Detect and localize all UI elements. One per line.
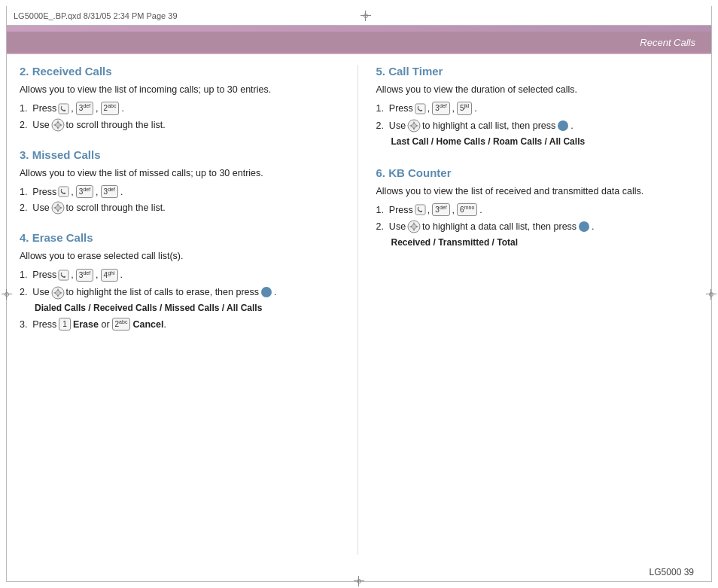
key-3def-d: 3def (76, 269, 93, 282)
title-bar-text: Recent Calls (640, 37, 695, 48)
key-2abc-b: 2abc (112, 318, 131, 331)
section-missed-calls-desc: Allows you to view the list of missed ca… (20, 166, 342, 181)
right-crosshair (706, 289, 716, 300)
section-kb-counter: 6. KB Counter Allows you to view the lis… (376, 166, 699, 248)
right-column: 5. Call Timer Allows you to view the dur… (358, 57, 707, 562)
svg-point-13 (56, 206, 60, 210)
phone-icon-4 (58, 270, 69, 281)
title-underline (6, 53, 712, 54)
svg-point-29 (558, 120, 568, 131)
footer-page: LG5000 39 (650, 567, 694, 577)
section-missed-calls: 3. Missed Calls Allows you to view the l… (20, 148, 342, 215)
svg-point-36 (412, 224, 416, 229)
svg-rect-7 (59, 187, 68, 197)
section-call-timer-desc: Allows you to view the duration of selec… (376, 83, 699, 97)
key-3def: 3def (76, 102, 93, 114)
svg-rect-30 (415, 205, 425, 215)
key-1: 1 (59, 318, 71, 331)
svg-point-21 (261, 287, 272, 297)
section-call-timer: 5. Call Timer Allows you to view the dur… (376, 65, 699, 147)
key-3def-5: 3def (432, 102, 449, 114)
step-4-1: 1. Press , 3def , 4ghi . (20, 269, 342, 282)
phone-icon (58, 103, 69, 114)
nav-icon-6 (407, 220, 421, 233)
ok-icon-5 (557, 120, 569, 132)
nav-icon-2 (51, 118, 65, 132)
step-5-2: 2. Use to highlight a call list, then pr… (376, 118, 699, 133)
section-erase-calls-desc: Allows you to erase selected call list(s… (20, 249, 342, 264)
kb-options: Received / Transmitted / Total (391, 237, 699, 248)
step-3-2: 2. Use to scroll through the list. (20, 201, 342, 215)
section-erase-calls: 4. Erase Calls Allows you to erase selec… (20, 231, 342, 331)
phone-icon-3 (58, 186, 69, 197)
timer-options: Last Call / Home Calls / Roam Calls / Al… (391, 136, 699, 147)
svg-rect-0 (59, 103, 68, 113)
section-received-calls: 2. Received Calls Allows you to view the… (20, 65, 342, 132)
step-4-2: 2. Use to highlight the list of calls to… (20, 285, 342, 300)
section-kb-counter-title: 6. KB Counter (376, 166, 699, 179)
step-6-2: 2. Use to highlight a data call list, th… (376, 219, 699, 234)
section-kb-counter-desc: Allows you to view the list of received … (376, 184, 699, 199)
svg-point-28 (412, 123, 416, 128)
key-4ghi: 4ghi (101, 269, 118, 282)
nav-icon-5 (407, 119, 421, 133)
phone-icon-5 (415, 103, 426, 114)
svg-point-6 (56, 123, 60, 127)
svg-point-37 (579, 221, 589, 232)
section-erase-calls-title: 4. Erase Calls (20, 231, 342, 244)
section-call-timer-title: 5. Call Timer (376, 65, 699, 78)
section-received-calls-desc: Allows you to view the list of incoming … (20, 83, 342, 97)
left-crosshair (2, 289, 12, 300)
step-2-1: 1. Press , 3def , 2abc . (20, 102, 342, 114)
nav-icon-4 (51, 286, 65, 300)
key-3def-b: 3def (76, 185, 93, 198)
ok-icon-6 (578, 221, 590, 233)
doc-header: LG5000E_.BP.qxd 8/31/05 2:34 PM Page 39 (6, 6, 712, 26)
step-3-1: 1. Press , 3def , 3def . (20, 185, 342, 198)
erase-options: Dialed Calls / Received Calls / Missed C… (35, 303, 342, 313)
svg-point-20 (56, 291, 60, 295)
nav-icon-3 (51, 201, 65, 215)
step-2-2: 2. Use to scroll through the list. (20, 118, 342, 132)
ok-icon-4 (260, 286, 272, 298)
left-column: 2. Received Calls Allows you to view the… (12, 57, 357, 562)
phone-icon-6 (415, 204, 426, 215)
section-received-calls-title: 2. Received Calls (20, 65, 342, 78)
accent-bar (6, 26, 712, 32)
key-5jkl: 5jkl (457, 102, 472, 114)
step-5-1: 1. Press , 3def , 5jkl . (376, 102, 699, 114)
key-3def-c: 3def (101, 185, 118, 198)
title-bar: Recent Calls (6, 32, 712, 53)
key-3def-6: 3def (432, 203, 449, 216)
key-2abc: 2abc (101, 102, 120, 114)
footer: LG5000 39 (6, 564, 712, 580)
main-content: 2. Received Calls Allows you to view the… (12, 57, 706, 562)
section-missed-calls-title: 3. Missed Calls (20, 148, 342, 161)
svg-rect-22 (415, 103, 425, 113)
doc-header-text: LG5000E_.BP.qxd 8/31/05 2:34 PM Page 39 (14, 11, 178, 20)
svg-rect-14 (59, 270, 68, 280)
step-6-1: 1. Press , 3def , 6mno . (376, 203, 699, 216)
step-4-3: 3. Press 1 Erase or 2abc Cancel. (20, 318, 342, 331)
key-6mno: 6mno (457, 203, 477, 216)
